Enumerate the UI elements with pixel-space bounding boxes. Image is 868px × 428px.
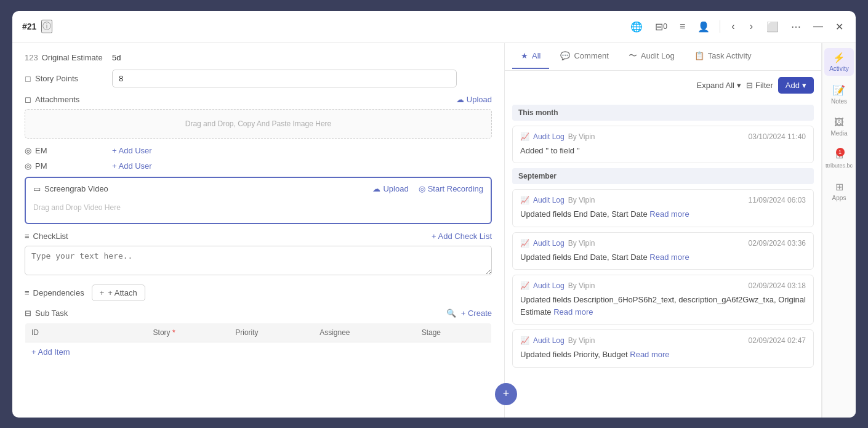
audit-log-badge-4: 📈 Audit Log By Vipin [520,281,595,290]
layout-button[interactable]: ⬜ [764,18,781,35]
audit-by-5: By Vipin [568,336,595,345]
table-row: + Add Item [25,342,492,361]
audit-by-4: By Vipin [568,281,595,290]
minimize-button[interactable]: — [811,18,826,34]
audit-log-badge-5: 📈 Audit Log By Vipin [520,336,595,345]
modal-header: #21 ⓘ 🌐 ⊟ 0 ≡ 👤 ‹ › ⬜ ⋯ — ✕ [12,11,856,43]
upload-button[interactable]: ☁ Upload [456,95,492,104]
media-sidebar-label: Media [830,130,847,137]
audit-log-badge-3: 📈 Audit Log By Vipin [520,239,595,248]
sidebar-activity-button[interactable]: ⚡ Activity [824,48,854,76]
col-story: Story * [147,323,230,342]
media-icon: 🖼 [834,117,844,128]
checklist-header: ≡ CheckList + Add Check List [25,232,492,241]
read-more-5[interactable]: Read more [630,350,669,359]
read-more-2[interactable]: Read more [649,209,689,219]
audit-entry-1: 📈 Audit Log By Vipin 03/10/2024 11:40 Ad… [512,126,814,164]
stack-button[interactable]: ≡ [677,18,688,34]
original-estimate-row: 123 Original Estimate 5d [25,53,492,62]
all-icon: ★ [521,51,528,60]
task-id: #21 [22,22,36,31]
audit-trend-icon-3: 📈 [520,239,529,248]
audit-log-badge-2: 📈 Audit Log By Vipin [520,196,595,204]
em-row: ◎ EM + Add User [25,146,492,155]
audit-date-5: 02/09/2024 02:47 [749,336,806,345]
nav-next-button[interactable]: › [746,18,757,34]
read-more-4[interactable]: Read more [553,307,593,317]
audit-entry-3-header: 📈 Audit Log By Vipin 02/09/2024 03:36 [520,239,806,248]
audit-date-3: 02/09/2024 03:36 [749,239,806,248]
attach-button[interactable]: + + Attach [92,285,145,301]
sidebar-notes-button[interactable]: 📝 Notes [824,81,854,108]
checklist-textarea[interactable] [25,246,492,275]
story-points-label: ◻ Story Points [25,74,105,83]
sidebar-apps-button[interactable]: ⊞ Apps [824,177,854,205]
audit-entry-5: 📈 Audit Log By Vipin 02/09/2024 02:47 Up… [512,329,814,368]
more-button[interactable]: ⋯ [789,18,803,35]
story-icon: ◻ [25,74,31,83]
sidebar-attributes-button[interactable]: ⊞ 1 ttributes.bc [824,145,854,172]
add-dropdown-button[interactable]: Add ▾ [778,77,814,94]
fab-button[interactable]: + [495,383,517,405]
activity-toolbar: Expand All ▾ ⊟ Filter Add ▾ [505,71,821,100]
sidebar-media-button[interactable]: 🖼 Media [824,113,854,140]
original-estimate-value: 5d [112,53,121,62]
audit-content-2: Updated fields End Date, Start Date Read… [520,208,806,220]
header-actions: 🌐 ⊟ 0 ≡ 👤 ‹ › ⬜ ⋯ — ✕ [628,18,846,35]
expand-all-button[interactable]: Expand All ▾ [697,81,741,90]
audit-date-2: 11/09/2024 06:03 [749,196,806,204]
tab-comment[interactable]: 💬 Comment [552,44,617,69]
audit-by-1: By Vipin [568,132,595,141]
activity-sidebar-label: Activity [829,65,849,72]
notes-sidebar-label: Notes [831,98,847,105]
header-divider [720,20,720,33]
user-button[interactable]: 👤 [695,18,712,35]
em-add-user-button[interactable]: + Add User [112,146,152,155]
subtask-table: ID Story * Priority Assignee Stage + Add… [25,323,492,362]
activity-tabs: ★ All 💬 Comment 〜 Audit Log 📋 Task Activ… [505,43,821,71]
video-header: ▭ Screengrab Video ☁ Upload ◎ Start Reco… [33,184,483,193]
audit-entry-3: 📈 Audit Log By Vipin 02/09/2024 03:36 Up… [512,232,814,270]
dependencies-section: ≡ Dependencies + + Attach [25,285,492,301]
close-button[interactable]: ✕ [833,18,846,35]
read-more-3[interactable]: Read more [649,252,689,262]
subtask-search-button[interactable]: 🔍 [446,309,456,318]
screengrab-video-section: ▭ Screengrab Video ☁ Upload ◎ Start Reco… [25,177,492,224]
tab-audit-log[interactable]: 〜 Audit Log [620,43,683,70]
story-points-row: ◻ Story Points [25,70,492,87]
apps-icon: ⊞ [835,181,843,193]
filter-button[interactable]: ⊟ Filter [746,81,773,90]
pm-icon: ◎ [25,161,31,171]
dependencies-icon: ≡ [25,288,30,297]
video-record-button[interactable]: ◎ Start Recording [419,184,483,193]
tab-all[interactable]: ★ All [512,44,549,69]
dependencies-label: ≡ Dependencies [25,288,84,297]
nav-prev-button[interactable]: ‹ [728,18,738,34]
header-left: #21 ⓘ [22,20,623,33]
link-count-button[interactable]: ⊟ 0 [653,18,670,35]
audit-entry-4-header: 📈 Audit Log By Vipin 02/09/2024 03:18 [520,281,806,290]
globe-button[interactable]: 🌐 [628,18,645,35]
col-priority: Priority [229,323,313,342]
audit-content-3: Updated fields End Date, Start Date Read… [520,251,806,264]
link-icon: ⊟ [655,21,663,33]
story-required: * [172,328,175,337]
subtask-create-button[interactable]: + Create [461,309,492,318]
col-id: ID [25,323,147,342]
attachment-drop-zone[interactable]: Drag and Drop, Copy And Paste Image Here [25,109,492,139]
info-icon-button[interactable]: ⓘ [41,20,52,33]
story-points-input[interactable] [112,70,457,87]
tab-task-activity[interactable]: 📋 Task Activity [686,44,760,69]
add-item-button[interactable]: + Add Item [31,347,70,357]
task-activity-icon: 📋 [694,51,704,60]
video-upload-button[interactable]: ☁ Upload [372,184,408,193]
audit-entry-5-header: 📈 Audit Log By Vipin 02/09/2024 02:47 [520,336,806,345]
audit-trend-icon-5: 📈 [520,336,529,345]
subtask-table-body: + Add Item [25,342,492,361]
audit-trend-icon-2: 📈 [520,196,529,204]
video-drop-zone[interactable]: Drag and Drop Video Here [33,198,483,217]
audit-entry-2: 📈 Audit Log By Vipin 11/09/2024 06:03 Up… [512,189,814,227]
pm-add-user-button[interactable]: + Add User [112,161,152,171]
month-header-thismonth: This month [512,105,814,121]
add-checklist-button[interactable]: + Add Check List [432,232,492,241]
